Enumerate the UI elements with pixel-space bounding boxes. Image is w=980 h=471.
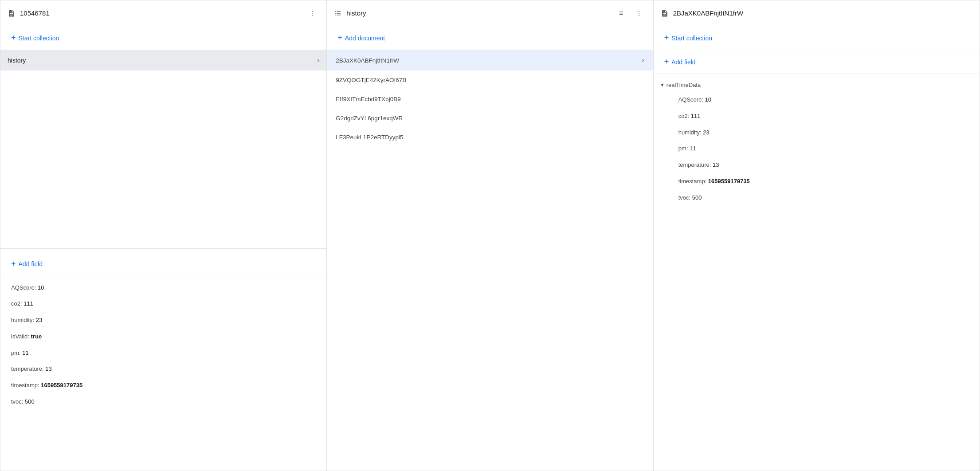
left-start-collection-btn[interactable]: + Start collection — [8, 31, 63, 44]
right-add-field-label: Add field — [671, 59, 695, 66]
left-field-co2-value: 111 — [24, 300, 33, 307]
right-panel-title: 2BJaXK0ABFnjtItN1frW — [673, 9, 972, 17]
plus-icon-right-start: + — [664, 33, 669, 43]
right-header-icon — [661, 9, 669, 17]
left-header-actions: ⋮ — [305, 6, 319, 20]
right-field-humidity-key: humidity: — [678, 129, 702, 136]
right-nested-fields: AQScore: 10 co2: 111 humidity: 23 — [654, 92, 980, 206]
right-field-co2: co2: 111 — [668, 108, 980, 125]
middle-header-icon — [334, 9, 342, 17]
right-field-timestamp-value: 1659559179735 — [708, 178, 750, 184]
right-field-temperature-key: temperature: — [678, 161, 711, 168]
document-item-label-2: EIf9XITmEcbd9TXbj0B9 — [336, 96, 644, 102]
right-field-timestamp: timestamp: 1659559179735 — [668, 173, 980, 190]
document-item-label-3: G2dgrlZvYL6pgr1exqWR — [336, 115, 644, 122]
plus-icon-left: + — [11, 33, 16, 43]
right-field-pm-key: pm: — [678, 145, 688, 152]
left-field-humidity-value: 23 — [36, 317, 42, 323]
left-add-field-bar: + Add field — [0, 252, 326, 276]
right-field-temperature-value: 13 — [713, 161, 719, 168]
middle-more-btn[interactable]: ⋮ — [632, 6, 646, 20]
document-item-label-1: 9ZVQOGTjE42KyrAOI67B — [336, 77, 644, 83]
left-field-aqscore-key: AQScore: — [11, 284, 36, 291]
middle-header-actions: ≡ ⋮ — [614, 6, 646, 20]
right-field-timestamp-key: timestamp: — [678, 178, 707, 184]
left-collection-list: history › — [0, 50, 326, 245]
left-field-co2: co2: 111 — [0, 296, 326, 312]
left-field-humidity: humidity: 23 — [0, 312, 326, 329]
right-field-tvoc: tvoc: 500 — [668, 190, 980, 206]
left-field-isvalid-key: isValid: — [11, 333, 29, 340]
middle-panel-title: history — [346, 9, 614, 17]
left-field-timestamp-value: 1659559179735 — [41, 382, 82, 389]
middle-filter-btn[interactable]: ≡ — [614, 6, 628, 20]
right-field-pm: pm: 11 — [668, 141, 980, 157]
left-panel: 10546781 ⋮ + Start collection history › — [0, 0, 327, 471]
filter-icon: ≡ — [619, 9, 623, 17]
left-panel-title: 10546781 — [20, 9, 305, 17]
right-field-aqscore: AQScore: 10 — [668, 92, 980, 108]
document-item-2[interactable]: EIf9XITmEcbd9TXbj0B9 — [327, 90, 653, 109]
document-item-label-4: LF3PeukL1P2eRTDyypl5 — [336, 134, 644, 141]
document-item-label-0: 2BJaXK0ABFnjtItN1frW — [336, 57, 642, 64]
right-field-humidity-value: 23 — [703, 129, 709, 136]
middle-add-document-bar: + Add document — [327, 26, 653, 50]
collection-item-history[interactable]: history › — [0, 50, 326, 71]
left-field-tvoc: tvoc: 500 — [0, 394, 326, 410]
left-panel-header: 10546781 ⋮ — [0, 0, 326, 26]
left-field-aqscore-value: 10 — [38, 284, 44, 291]
left-fields-section: AQScore: 10 co2: 111 humidity: 23 isVali… — [0, 276, 326, 471]
document-item-1[interactable]: 9ZVQOGTjE42KyrAOI67B — [327, 71, 653, 90]
right-field-aqscore-value: 10 — [705, 96, 711, 103]
right-start-collection-bar: + Start collection — [654, 26, 980, 50]
more-vert-icon: ⋮ — [309, 10, 315, 17]
left-start-collection-label: Start collection — [19, 35, 59, 42]
left-field-timestamp: timestamp: 1659559179735 — [0, 377, 326, 394]
collection-item-history-label: history — [8, 57, 317, 64]
document-item-0[interactable]: 2BJaXK0ABFnjtItN1frW › — [327, 50, 653, 71]
middle-add-document-label: Add document — [345, 35, 385, 42]
left-field-co2-key: co2: — [11, 300, 22, 307]
left-add-field-label: Add field — [19, 260, 43, 267]
middle-panel-header: history ≡ ⋮ — [327, 0, 653, 26]
document-item-4[interactable]: LF3PeukL1P2eRTDyypl5 — [327, 128, 653, 147]
right-nested-section: ▾ realTimeData AQScore: 10 co2: 111 — [654, 74, 980, 210]
left-field-pm-value: 11 — [22, 349, 28, 356]
left-field-timestamp-key: timestamp: — [11, 382, 39, 389]
plus-icon-middle: + — [337, 33, 342, 43]
right-add-field-bar: + Add field — [654, 50, 980, 74]
left-add-field-btn[interactable]: + Add field — [8, 258, 46, 271]
left-field-tvoc-key: tvoc: — [11, 398, 23, 405]
left-field-temperature: temperature: 13 — [0, 361, 326, 377]
left-field-aqscore: AQScore: 10 — [0, 280, 326, 296]
right-field-aqscore-key: AQScore: — [678, 96, 703, 103]
right-nested-header[interactable]: ▾ realTimeData — [654, 78, 980, 92]
right-field-co2-key: co2: — [678, 113, 690, 119]
middle-add-document-btn[interactable]: + Add document — [334, 31, 388, 44]
left-fields-list: AQScore: 10 co2: 111 humidity: 23 isVali… — [0, 276, 326, 414]
left-field-temperature-value: 13 — [45, 365, 51, 372]
left-start-collection-bar: + Start collection — [0, 26, 326, 50]
nested-object-label: realTimeData — [666, 82, 701, 88]
left-field-isvalid-value: true — [31, 333, 42, 340]
left-field-temperature-key: temperature: — [11, 365, 44, 372]
document-item-3[interactable]: G2dgrlZvYL6pgr1exqWR — [327, 109, 653, 128]
right-field-pm-value: 11 — [690, 145, 696, 152]
right-field-humidity: humidity: 23 — [668, 125, 980, 141]
right-field-co2-value: 111 — [691, 113, 701, 119]
right-add-field-btn[interactable]: + Add field — [661, 55, 699, 68]
left-more-btn[interactable]: ⋮ — [305, 6, 319, 20]
right-start-collection-btn[interactable]: + Start collection — [661, 31, 716, 44]
left-field-pm: pm: 11 — [0, 345, 326, 361]
left-field-pm-key: pm: — [11, 349, 21, 356]
left-field-isvalid: isValid: true — [0, 329, 326, 345]
left-divider — [0, 248, 326, 249]
right-field-tvoc-value: 500 — [692, 194, 702, 201]
plus-icon-right-add: + — [664, 57, 669, 67]
right-fields-section: ▾ realTimeData AQScore: 10 co2: 111 — [654, 74, 980, 471]
right-panel-header: 2BJaXK0ABFnjtItN1frW — [654, 0, 980, 26]
chevron-right-doc-0: › — [642, 56, 644, 64]
left-header-icon — [8, 9, 16, 17]
left-field-tvoc-value: 500 — [25, 398, 35, 405]
right-field-temperature: temperature: 13 — [668, 157, 980, 173]
